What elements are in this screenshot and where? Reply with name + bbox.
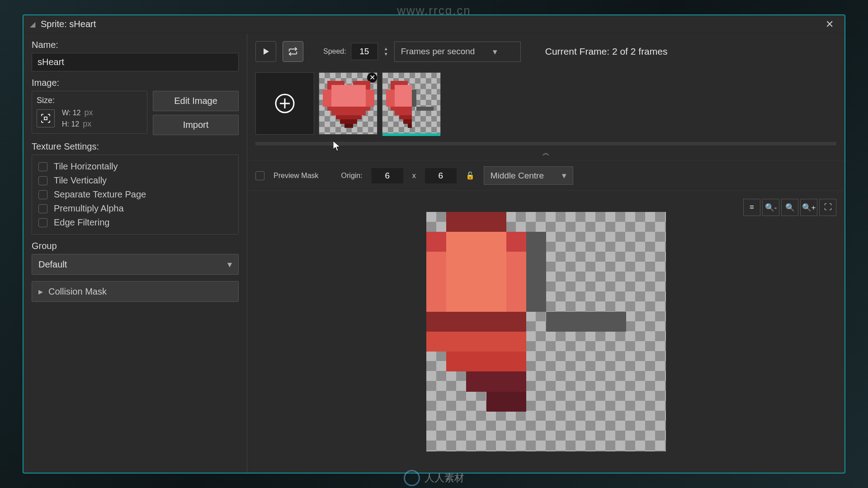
svg-rect-24 bbox=[446, 232, 506, 312]
name-label: Name: bbox=[32, 40, 239, 50]
image-label: Image: bbox=[32, 78, 239, 88]
close-button[interactable]: ✕ bbox=[821, 17, 838, 32]
play-button[interactable] bbox=[255, 41, 276, 62]
origin-anchor-dropdown[interactable]: Middle Centre ▾ bbox=[484, 166, 573, 185]
svg-rect-8 bbox=[336, 115, 362, 120]
height-label: H: bbox=[62, 120, 69, 128]
fullscreen-button[interactable]: ⛶ bbox=[819, 199, 836, 216]
edge-filtering-label: Edge Filtering bbox=[54, 217, 109, 228]
canvas-area: ≡ 🔍- 🔍 🔍+ ⛶ bbox=[247, 191, 844, 473]
titlebar: ◢ Sprite: sHeart ✕ bbox=[24, 15, 844, 33]
zoom-out-button[interactable]: 🔍- bbox=[762, 199, 779, 216]
svg-rect-18 bbox=[408, 124, 412, 128]
collision-mask-label: Collision Mask bbox=[48, 286, 107, 297]
svg-rect-17 bbox=[403, 119, 412, 124]
svg-rect-10 bbox=[344, 124, 353, 128]
sprite-canvas[interactable] bbox=[426, 212, 666, 451]
collision-mask-header[interactable]: ▸ Collision Mask bbox=[32, 281, 239, 302]
heart-half-icon bbox=[386, 76, 438, 128]
collapse-icon[interactable]: ◢ bbox=[30, 20, 35, 28]
svg-rect-21 bbox=[446, 212, 506, 232]
premultiply-alpha-label: Premultiply Alpha bbox=[54, 203, 124, 214]
svg-rect-7 bbox=[331, 111, 366, 115]
speed-stepper-down[interactable]: ▼ bbox=[382, 52, 390, 57]
origin-x-input[interactable] bbox=[372, 168, 403, 183]
group-label: Group bbox=[32, 241, 239, 251]
width-unit: px bbox=[85, 108, 93, 117]
zoom-tools: ≡ 🔍- 🔍 🔍+ ⛶ bbox=[743, 199, 836, 216]
origin-y-input[interactable] bbox=[425, 168, 457, 183]
edge-filtering-checkbox[interactable] bbox=[38, 218, 47, 227]
chevron-down-icon: ▾ bbox=[227, 259, 232, 270]
svg-rect-0 bbox=[44, 117, 47, 120]
speed-label: Speed: bbox=[323, 47, 346, 56]
tile-horizontally-label: Tile Horizontally bbox=[54, 161, 118, 172]
texture-settings-label: Texture Settings: bbox=[32, 141, 239, 152]
separate-texture-page-checkbox[interactable] bbox=[38, 190, 47, 199]
expand-timeline-button[interactable]: ︽ bbox=[247, 145, 844, 160]
svg-rect-29 bbox=[486, 392, 526, 412]
svg-rect-28 bbox=[466, 371, 526, 391]
timeline-track[interactable] bbox=[255, 142, 836, 145]
heart-half-sprite bbox=[426, 212, 666, 451]
current-frame-text: Current Frame: 2 of 2 frames bbox=[545, 46, 668, 57]
chevron-down-icon: ▾ bbox=[562, 170, 566, 181]
window-title: Sprite: sHeart bbox=[41, 19, 96, 29]
heart-full-icon bbox=[323, 76, 374, 128]
svg-rect-13 bbox=[395, 85, 412, 107]
zoom-reset-button[interactable]: 🔍 bbox=[781, 199, 798, 216]
tile-horizontally-checkbox[interactable] bbox=[38, 162, 47, 171]
speed-unit-value: Frames per second bbox=[401, 47, 475, 56]
name-input[interactable] bbox=[32, 53, 239, 71]
svg-rect-15 bbox=[395, 111, 412, 115]
svg-rect-19 bbox=[412, 89, 416, 107]
origin-anchor-value: Middle Centre bbox=[491, 171, 544, 181]
svg-rect-26 bbox=[426, 332, 526, 352]
speed-unit-dropdown[interactable]: Frames per second ▾ bbox=[394, 42, 521, 62]
svg-rect-30 bbox=[526, 232, 546, 312]
height-value: 12 bbox=[71, 120, 79, 128]
premultiply-alpha-checkbox[interactable] bbox=[38, 204, 47, 213]
speed-stepper-up[interactable]: ▲ bbox=[382, 46, 390, 52]
svg-rect-9 bbox=[340, 119, 357, 124]
height-unit: px bbox=[83, 119, 91, 129]
frames-strip: ✕ bbox=[247, 70, 844, 142]
main-panel: Speed: ▲ ▼ Frames per second ▾ Current F… bbox=[247, 33, 844, 473]
chevron-right-icon: ▸ bbox=[38, 286, 43, 297]
origin-separator: x bbox=[412, 172, 416, 180]
tile-vertically-label: Tile Vertically bbox=[54, 175, 107, 186]
origin-label: Origin: bbox=[341, 172, 363, 180]
import-button[interactable]: Import bbox=[153, 115, 239, 135]
svg-rect-25 bbox=[426, 312, 526, 332]
tile-vertically-checkbox[interactable] bbox=[38, 176, 47, 185]
chevron-down-icon: ▾ bbox=[493, 47, 497, 57]
add-frame-button[interactable] bbox=[255, 72, 314, 135]
width-label: W: bbox=[62, 109, 71, 117]
width-value: 12 bbox=[73, 109, 81, 117]
svg-rect-14 bbox=[391, 107, 412, 111]
group-dropdown-value: Default bbox=[38, 259, 67, 270]
lock-icon[interactable]: 🔓 bbox=[466, 171, 475, 180]
svg-rect-20 bbox=[416, 107, 434, 111]
preview-mask-label: Preview Mask bbox=[274, 172, 319, 180]
svg-rect-6 bbox=[327, 107, 370, 111]
origin-bar: Preview Mask Origin: x 🔓 Middle Centre ▾ bbox=[247, 160, 844, 191]
svg-rect-31 bbox=[546, 312, 626, 332]
zoom-in-button[interactable]: 🔍+ bbox=[800, 199, 817, 216]
frame-thumb-2[interactable] bbox=[382, 72, 441, 135]
svg-rect-16 bbox=[399, 115, 412, 120]
frame-thumb-1[interactable]: ✕ bbox=[319, 72, 377, 135]
sprite-editor-window: ◢ Sprite: sHeart ✕ Name: Image: Size: bbox=[23, 14, 845, 474]
preview-mask-checkbox[interactable] bbox=[255, 171, 264, 180]
group-dropdown[interactable]: Default ▾ bbox=[32, 254, 239, 275]
speed-input[interactable] bbox=[351, 43, 378, 60]
grid-toggle-button[interactable]: ≡ bbox=[743, 199, 760, 216]
edit-image-button[interactable]: Edit Image bbox=[153, 91, 239, 111]
resize-icon[interactable] bbox=[37, 109, 55, 127]
svg-rect-5 bbox=[331, 85, 366, 107]
properties-sidebar: Name: Image: Size: bbox=[24, 33, 247, 473]
separate-texture-page-label: Separate Texture Page bbox=[54, 189, 146, 200]
playback-toolbar: Speed: ▲ ▼ Frames per second ▾ Current F… bbox=[247, 33, 844, 70]
svg-rect-27 bbox=[446, 352, 526, 371]
loop-button[interactable] bbox=[283, 41, 303, 62]
